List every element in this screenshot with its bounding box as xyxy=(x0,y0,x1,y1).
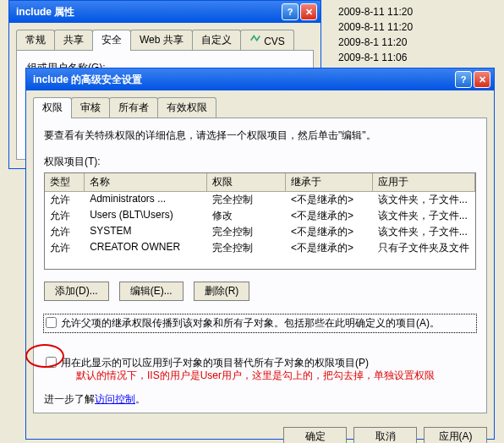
col-apply[interactable]: 应用于 xyxy=(373,173,475,191)
tab-owner[interactable]: 所有者 xyxy=(109,97,158,118)
learn-more: 进一步了解访问控制。 xyxy=(44,392,476,407)
col-name[interactable]: 名称 xyxy=(85,173,206,191)
permissions-list[interactable]: 类型 名称 权限 继承于 应用于 允许Administrators ...完全控… xyxy=(44,172,476,270)
tab-auditing[interactable]: 审核 xyxy=(71,97,110,118)
table-row[interactable]: 允许Users (BLT\Users)修改<不是继承的>该文件夹，子文件... xyxy=(45,208,475,224)
inherit-checkbox-row: 允许父项的继承权限传播到该对象和所有子对象。包括那些在此明确定义的项目(A)。 xyxy=(44,314,476,332)
help-button[interactable]: ? xyxy=(282,3,299,20)
close-button[interactable]: ✕ xyxy=(474,71,490,88)
tab-general[interactable]: 常规 xyxy=(16,30,55,50)
titlebar[interactable]: include 属性 ? ✕ xyxy=(9,1,320,23)
advanced-security-window: include 的高级安全设置 ? ✕ 权限 审核 所有者 有效权限 要查看有关… xyxy=(25,68,495,440)
replace-checkbox[interactable] xyxy=(46,357,57,368)
tab-security[interactable]: 安全 xyxy=(92,30,131,51)
list-label: 权限项目(T): xyxy=(44,155,476,169)
inherit-checkbox[interactable] xyxy=(46,317,57,328)
window-title: include 属性 xyxy=(13,5,280,19)
inherit-label: 允许父项的继承权限传播到该对象和所有子对象。包括那些在此明确定义的项目(A)。 xyxy=(61,316,440,331)
help-button[interactable]: ? xyxy=(455,71,472,88)
cancel-button[interactable]: 取消 xyxy=(353,427,417,443)
intro-text: 要查看有关特殊权限的详细信息，请选择一个权限项目，然后单击"编辑"。 xyxy=(44,129,476,143)
cvs-icon xyxy=(249,33,261,45)
list-header: 类型 名称 权限 继承于 应用于 xyxy=(45,173,475,192)
button-row: 添加(D)... 编辑(E)... 删除(R) xyxy=(44,282,476,301)
tab-effective[interactable]: 有效权限 xyxy=(157,97,216,118)
close-button[interactable]: ✕ xyxy=(300,3,317,20)
remove-button[interactable]: 删除(R) xyxy=(194,282,250,301)
table-row[interactable]: 允许CREATOR OWNER完全控制<不是继承的>只有子文件夹及文件 xyxy=(45,240,475,256)
tab-websharing[interactable]: Web 共享 xyxy=(130,30,193,50)
annotation-text: 默认的情况下，IIS的用户是User用户，这里是勾上的，把勾去掉，单独设置权限 xyxy=(76,369,435,383)
access-control-link[interactable]: 访问控制 xyxy=(95,393,135,405)
tab-permissions[interactable]: 权限 xyxy=(33,97,72,118)
permissions-panel: 要查看有关特殊权限的详细信息，请选择一个权限项目，然后单击"编辑"。 权限项目(… xyxy=(33,118,487,413)
col-perm[interactable]: 权限 xyxy=(207,173,286,191)
col-inherit[interactable]: 继承于 xyxy=(286,173,373,191)
table-row[interactable]: 允许SYSTEM完全控制<不是继承的>该文件夹，子文件... xyxy=(45,224,475,240)
tab-cvs[interactable]: CVS xyxy=(240,30,294,50)
edit-button[interactable]: 编辑(E)... xyxy=(119,282,184,301)
ok-button[interactable]: 确定 xyxy=(283,427,347,443)
add-button[interactable]: 添加(D)... xyxy=(44,282,109,301)
window-title: include 的高级安全设置 xyxy=(30,73,453,87)
tab-customize[interactable]: 自定义 xyxy=(192,30,241,50)
col-type[interactable]: 类型 xyxy=(45,173,85,191)
tab-sharing[interactable]: 共享 xyxy=(54,30,93,50)
titlebar[interactable]: include 的高级安全设置 ? ✕ xyxy=(26,68,494,90)
table-row[interactable]: 允许Administrators ...完全控制<不是继承的>该文件夹，子文件.… xyxy=(45,192,475,208)
tabstrip: 权限 审核 所有者 有效权限 xyxy=(26,90,494,118)
tabstrip: 常规 共享 安全 Web 共享 自定义 CVS xyxy=(9,23,320,50)
dialog-footer: 确定 取消 应用(A) xyxy=(26,420,494,443)
apply-button[interactable]: 应用(A) xyxy=(424,427,487,443)
